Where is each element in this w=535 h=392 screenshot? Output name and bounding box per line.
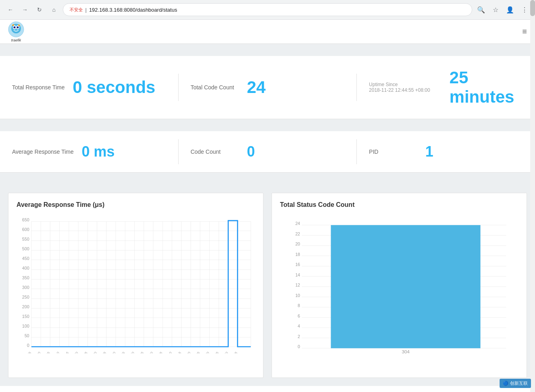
svg-text:150: 150 — [22, 314, 29, 319]
svg-text:12: 12 — [295, 283, 300, 287]
browser-chrome: ← → ↻ ⌂ 不安全 | 192.168.3.168:8080/dashboa… — [0, 0, 535, 20]
svg-text:8: 8 — [298, 303, 300, 308]
browser-toolbar: ← → ↻ ⌂ 不安全 | 192.168.3.168:8080/dashboa… — [0, 0, 535, 19]
menu-button[interactable]: ⋮ — [519, 4, 530, 15]
svg-text:350: 350 — [22, 275, 29, 280]
browser-action-buttons: 🔍 ☆ 👤 ⋮ — [475, 4, 530, 15]
watermark: 🔵 创新互联 — [500, 379, 531, 388]
reload-button[interactable]: ↻ — [34, 4, 45, 15]
svg-text:24: 24 — [295, 221, 300, 226]
pid-label: PID — [369, 149, 417, 155]
bar-chart-container: 0 2 4 6 8 10 12 14 16 18 20 22 24 — [280, 217, 519, 353]
address-bar[interactable]: 不安全 | 192.168.3.168:8080/dashboard/statu… — [63, 3, 472, 16]
svg-text:500: 500 — [22, 246, 29, 251]
svg-text:16: 16 — [295, 262, 300, 267]
svg-text:10: 10 — [295, 293, 300, 298]
watermark-icon: 🔵 — [503, 381, 508, 386]
total-response-time-label: Total Response Time — [12, 84, 65, 91]
top-stats-section: Total Response Time 0 seconds Total Code… — [0, 56, 535, 119]
avg-response-time-label: Average Response Time — [12, 149, 74, 155]
pid-value: 1 — [425, 143, 433, 160]
home-button[interactable]: ⌂ — [48, 4, 60, 15]
svg-text:650: 650 — [22, 217, 29, 222]
uptime-since-label: Uptime Since — [369, 82, 441, 87]
address-text: 192.168.3.168:8080/dashboard/status — [89, 7, 177, 13]
svg-text:0: 0 — [27, 343, 29, 348]
svg-text:13:08:55: 13:08:55 — [20, 351, 32, 353]
scrollbar-track — [530, 0, 535, 392]
bar-chart-title: Total Status Code Count — [280, 201, 519, 208]
total-code-count-stat: Total Code Count 24 — [191, 74, 357, 101]
brand-name: traefik — [11, 38, 21, 42]
charts-area: Average Response Time (μs) 0 50 100 150 … — [0, 185, 535, 386]
navbar: traefik ≡ — [0, 20, 535, 44]
brand: traefik — [8, 21, 24, 42]
svg-text:250: 250 — [22, 295, 29, 299]
logo-icon — [8, 21, 24, 37]
pid-stat: PID 1 — [369, 139, 523, 164]
code-count-label: Code Count — [191, 149, 239, 155]
watermark-text: 创新互联 — [510, 380, 528, 386]
code-count-stat: Code Count 0 — [191, 139, 357, 164]
svg-text:6: 6 — [298, 314, 300, 318]
svg-text:0: 0 — [298, 344, 300, 349]
uptime-since-datetime: 2018-11-22 12:44:55 +08:00 — [369, 87, 441, 93]
total-code-count-value: 24 — [247, 78, 266, 97]
app-container: traefik ≡ Total Response Time 0 seconds … — [0, 20, 535, 392]
line-chart-card: Average Response Time (μs) 0 50 100 150 … — [8, 193, 263, 378]
avg-response-time-stat: Average Response Time 0 ms — [12, 139, 179, 164]
gray-band-top — [0, 44, 535, 56]
svg-text:14: 14 — [295, 272, 300, 277]
code-count-value: 0 — [247, 143, 255, 160]
svg-text:400: 400 — [22, 266, 29, 270]
gray-band-middle — [0, 119, 535, 131]
avg-response-time-value: 0 ms — [82, 143, 115, 160]
top-stats-row: Total Response Time 0 seconds Total Code… — [12, 64, 523, 111]
svg-text:4: 4 — [298, 324, 300, 328]
bar-chart-svg: 0 2 4 6 8 10 12 14 16 18 20 22 24 — [280, 217, 519, 353]
forward-button[interactable]: → — [19, 4, 31, 15]
search-button[interactable]: 🔍 — [475, 4, 487, 15]
line-chart-title: Average Response Time (μs) — [16, 201, 255, 208]
svg-text:50: 50 — [25, 333, 29, 338]
bar-chart-card: Total Status Code Count 0 2 4 6 8 10 12 … — [272, 193, 527, 378]
line-chart-container: 0 50 100 150 200 250 300 350 400 450 500… — [16, 217, 255, 353]
svg-text:18: 18 — [295, 252, 300, 257]
svg-text:22: 22 — [295, 231, 300, 236]
svg-text:600: 600 — [22, 227, 29, 232]
bar-304 — [331, 225, 481, 348]
svg-text:550: 550 — [22, 237, 29, 241]
uptime-stat: Uptime Since 2018-11-22 12:44:55 +08:00 … — [369, 64, 523, 111]
uptime-info: Uptime Since 2018-11-22 12:44:55 +08:00 — [369, 82, 441, 93]
svg-text:450: 450 — [22, 256, 29, 261]
security-indicator: 不安全 — [70, 7, 83, 13]
uptime-value: 25 minutes — [449, 68, 523, 107]
bottom-stats-section: Average Response Time 0 ms Code Count 0 … — [0, 131, 535, 173]
total-code-count-label: Total Code Count — [191, 84, 239, 91]
profile-button[interactable]: 👤 — [504, 4, 516, 15]
total-response-time-value: 0 seconds — [73, 78, 155, 97]
svg-point-5 — [17, 26, 19, 28]
bookmark-button[interactable]: ☆ — [490, 4, 501, 15]
gray-band-bottom — [0, 173, 535, 185]
back-button[interactable]: ← — [5, 4, 16, 15]
address-separator: | — [85, 7, 86, 13]
bottom-stats-row: Average Response Time 0 ms Code Count 0 … — [12, 139, 523, 164]
svg-text:200: 200 — [22, 304, 29, 309]
svg-text:300: 300 — [22, 285, 29, 290]
svg-text:100: 100 — [22, 324, 29, 328]
svg-text:304: 304 — [402, 349, 410, 353]
line-chart-svg: 0 50 100 150 200 250 300 350 400 450 500… — [16, 217, 255, 353]
svg-text:20: 20 — [295, 241, 300, 246]
scrollbar-thumb[interactable] — [530, 0, 535, 16]
navbar-toggle-button[interactable]: ≡ — [522, 27, 527, 36]
total-response-time-stat: Total Response Time 0 seconds — [12, 74, 179, 101]
svg-text:2: 2 — [298, 334, 300, 339]
svg-point-4 — [14, 26, 16, 28]
